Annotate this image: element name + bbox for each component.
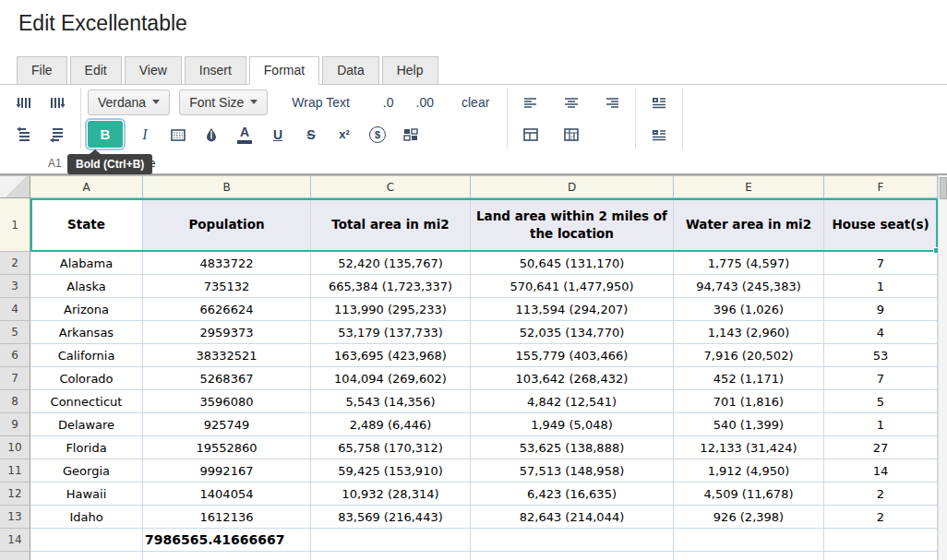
cell-E1[interactable]: Water area in mi2 bbox=[674, 198, 824, 252]
cell-B6[interactable]: 38332521 bbox=[143, 344, 311, 367]
cell-E12[interactable]: 4,509 (11,678) bbox=[674, 483, 824, 506]
italic-button[interactable]: I bbox=[128, 121, 162, 149]
cell-A1[interactable]: State bbox=[30, 198, 143, 252]
column-header-F[interactable]: F bbox=[824, 175, 938, 198]
cell-F15[interactable] bbox=[824, 552, 938, 560]
cell-B2[interactable]: 4833722 bbox=[143, 252, 311, 275]
cell-E13[interactable]: 926 (2,398) bbox=[674, 506, 824, 529]
cell-D9[interactable]: 1,949 (5,048) bbox=[471, 413, 674, 436]
indent-decrease-button[interactable] bbox=[642, 121, 676, 149]
cell-C1[interactable]: Total area in mi2 bbox=[311, 198, 471, 252]
tab-help[interactable]: Help bbox=[382, 56, 438, 85]
cell-D5[interactable]: 52,035 (134,770) bbox=[471, 321, 674, 344]
cell-F5[interactable]: 4 bbox=[824, 321, 938, 344]
cell-B11[interactable]: 9992167 bbox=[143, 459, 311, 483]
cell-F14[interactable] bbox=[824, 529, 938, 552]
row-header-12[interactable]: 12 bbox=[0, 483, 30, 506]
cell-C12[interactable]: 10,932 (28,314) bbox=[311, 483, 471, 506]
insert-row-above-button[interactable] bbox=[7, 121, 41, 149]
unmerge-cells-button[interactable] bbox=[555, 121, 588, 149]
row-header-3[interactable]: 3 bbox=[0, 275, 30, 298]
cell-A14[interactable] bbox=[30, 529, 143, 552]
bold-button[interactable]: B bbox=[88, 121, 123, 148]
cell-C11[interactable]: 59,425 (153,910) bbox=[311, 459, 471, 483]
cell-E14[interactable] bbox=[674, 529, 824, 552]
cell-C2[interactable]: 52,420 (135,767) bbox=[311, 252, 471, 275]
row-header-5[interactable]: 5 bbox=[0, 321, 30, 344]
cell-D11[interactable]: 57,513 (148,958) bbox=[471, 459, 674, 483]
cell-A3[interactable]: Alaska bbox=[30, 275, 143, 298]
format-cells-button[interactable] bbox=[394, 121, 427, 149]
cell-C5[interactable]: 53,179 (137,733) bbox=[311, 321, 471, 344]
cell-D13[interactable]: 82,643 (214,044) bbox=[471, 506, 674, 529]
cell-C10[interactable]: 65,758 (170,312) bbox=[311, 436, 471, 459]
wrap-text-button[interactable]: Wrap Text bbox=[281, 95, 361, 110]
currency-format-button[interactable]: $ bbox=[361, 121, 394, 149]
underline-button[interactable]: U bbox=[261, 121, 294, 149]
cell-D4[interactable]: 113,594 (294,207) bbox=[471, 298, 674, 321]
cell-D10[interactable]: 53,625 (138,888) bbox=[471, 436, 674, 459]
cell-C6[interactable]: 163,695 (423,968) bbox=[311, 344, 471, 367]
cell-F3[interactable]: 1 bbox=[824, 275, 938, 298]
clear-formatting-button[interactable]: clear bbox=[450, 95, 500, 110]
cell-D3[interactable]: 570,641 (1,477,950) bbox=[471, 275, 674, 298]
cell-C4[interactable]: 113,990 (295,233) bbox=[311, 298, 471, 321]
cell-B8[interactable]: 3596080 bbox=[143, 390, 311, 413]
cell-A13[interactable]: Idaho bbox=[30, 506, 143, 529]
tab-view[interactable]: View bbox=[125, 56, 182, 85]
tab-format[interactable]: Format bbox=[249, 56, 319, 85]
borders-button[interactable] bbox=[162, 121, 195, 149]
cell-F9[interactable]: 1 bbox=[824, 413, 938, 436]
text-color-button[interactable]: A bbox=[228, 121, 261, 149]
insert-row-below-button[interactable] bbox=[41, 121, 74, 149]
cell-D15[interactable] bbox=[471, 552, 674, 560]
cell-E6[interactable]: 7,916 (20,502) bbox=[674, 344, 824, 367]
cell-A4[interactable]: Arizona bbox=[30, 298, 143, 321]
cell-E10[interactable]: 12,133 (31,424) bbox=[674, 436, 824, 459]
cell-E9[interactable]: 540 (1,399) bbox=[674, 413, 824, 436]
cell-A9[interactable]: Delaware bbox=[30, 413, 143, 436]
tab-edit[interactable]: Edit bbox=[70, 56, 122, 85]
cell-D7[interactable]: 103,642 (268,432) bbox=[471, 367, 674, 390]
cell-E3[interactable]: 94,743 (245,383) bbox=[674, 275, 824, 298]
cell-B4[interactable]: 6626624 bbox=[143, 298, 311, 321]
align-right-button[interactable] bbox=[595, 89, 629, 116]
cell-B7[interactable]: 5268367 bbox=[143, 367, 311, 390]
scrollbar-thumb[interactable] bbox=[940, 177, 947, 199]
cell-A10[interactable]: Florida bbox=[30, 436, 143, 459]
column-header-D[interactable]: D bbox=[471, 175, 674, 198]
font-size-dropdown[interactable]: Font Size bbox=[179, 89, 268, 115]
font-family-dropdown[interactable]: Verdana bbox=[88, 89, 170, 115]
cell-A15[interactable] bbox=[30, 552, 143, 560]
cell-B10[interactable]: 19552860 bbox=[143, 436, 311, 459]
column-header-E[interactable]: E bbox=[674, 175, 824, 198]
cell-A6[interactable]: California bbox=[30, 344, 143, 367]
cell-A5[interactable]: Arkansas bbox=[30, 321, 143, 344]
cell-B13[interactable]: 1612136 bbox=[143, 506, 311, 529]
cell-D2[interactable]: 50,645 (131,170) bbox=[471, 252, 674, 275]
cell-F6[interactable]: 53 bbox=[824, 344, 938, 367]
cell-D12[interactable]: 6,423 (16,635) bbox=[471, 483, 674, 506]
cell-E7[interactable]: 452 (1,171) bbox=[674, 367, 824, 390]
cell-A11[interactable]: Georgia bbox=[30, 459, 143, 483]
cell-E8[interactable]: 701 (1,816) bbox=[674, 390, 824, 413]
row-header-7[interactable]: 7 bbox=[0, 367, 30, 390]
indent-increase-button[interactable] bbox=[642, 89, 676, 116]
cell-C14[interactable] bbox=[311, 529, 471, 552]
cell-B15[interactable] bbox=[143, 552, 311, 560]
cell-D1[interactable]: Land area within 2 miles of the location bbox=[471, 198, 674, 252]
cell-B14[interactable]: 7986565.41666667 bbox=[143, 529, 311, 552]
tab-file[interactable]: File bbox=[17, 56, 67, 85]
cell-C15[interactable] bbox=[311, 552, 471, 560]
cell-B3[interactable]: 735132 bbox=[143, 275, 311, 298]
cell-A12[interactable]: Hawaii bbox=[30, 483, 143, 506]
cell-A2[interactable]: Alabama bbox=[30, 252, 143, 275]
vertical-scrollbar[interactable] bbox=[938, 175, 947, 560]
cell-C8[interactable]: 5,543 (14,356) bbox=[311, 390, 471, 413]
align-left-button[interactable] bbox=[514, 89, 547, 116]
cell-D14[interactable] bbox=[471, 529, 674, 552]
align-center-button[interactable] bbox=[555, 89, 588, 116]
row-header-10[interactable]: 10 bbox=[0, 436, 30, 459]
cell-C9[interactable]: 2,489 (6,446) bbox=[311, 413, 471, 436]
strikethrough-button[interactable]: S bbox=[294, 121, 328, 149]
